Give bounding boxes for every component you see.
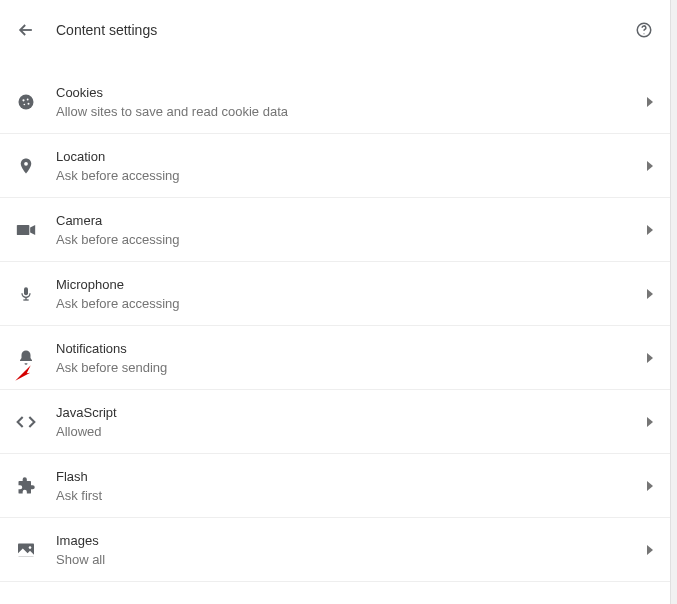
chevron-right-icon <box>646 225 654 235</box>
svg-rect-9 <box>24 287 28 295</box>
item-flash[interactable]: Flash Ask first <box>0 454 670 518</box>
item-text: Images Show all <box>56 533 646 567</box>
location-icon <box>14 156 38 176</box>
item-text: Microphone Ask before accessing <box>56 277 646 311</box>
svg-point-7 <box>24 161 28 165</box>
chevron-right-icon <box>646 97 654 107</box>
item-sub: Allowed <box>56 424 646 439</box>
svg-point-3 <box>22 99 24 101</box>
item-popups[interactable]: Popups <box>0 582 670 604</box>
chevron-right-icon <box>646 289 654 299</box>
item-label: JavaScript <box>56 405 646 420</box>
svg-point-2 <box>19 95 34 110</box>
item-text: Location Ask before accessing <box>56 149 646 183</box>
camera-icon <box>14 223 38 237</box>
item-text: Camera Ask before accessing <box>56 213 646 247</box>
svg-point-1 <box>643 33 644 34</box>
item-text: Notifications Ask before sending <box>56 341 646 375</box>
back-button[interactable] <box>14 18 38 42</box>
chevron-right-icon <box>646 545 654 555</box>
item-label: Location <box>56 149 646 164</box>
help-icon <box>635 21 653 39</box>
mic-icon <box>14 284 38 304</box>
item-label: Cookies <box>56 85 646 100</box>
item-sub: Ask before sending <box>56 360 646 375</box>
svg-point-5 <box>24 104 26 106</box>
header: Content settings <box>0 0 670 60</box>
item-camera[interactable]: Camera Ask before accessing <box>0 198 670 262</box>
scrollbar-track[interactable] <box>670 0 677 604</box>
item-label: Notifications <box>56 341 646 356</box>
chevron-right-icon <box>646 353 654 363</box>
item-label: Microphone <box>56 277 646 292</box>
arrow-back-icon <box>16 20 36 40</box>
chevron-right-icon <box>646 417 654 427</box>
item-location[interactable]: Location Ask before accessing <box>0 134 670 198</box>
puzzle-icon <box>14 476 38 496</box>
svg-point-6 <box>28 103 30 105</box>
svg-rect-8 <box>17 225 29 235</box>
item-text: JavaScript Allowed <box>56 405 646 439</box>
item-text: Cookies Allow sites to save and read coo… <box>56 85 646 119</box>
item-label: Flash <box>56 469 646 484</box>
item-cookies[interactable]: Cookies Allow sites to save and read coo… <box>0 70 670 134</box>
image-icon <box>14 542 38 558</box>
item-text: Flash Ask first <box>56 469 646 503</box>
item-sub: Ask first <box>56 488 646 503</box>
item-sub: Show all <box>56 552 646 567</box>
item-sub: Ask before accessing <box>56 296 646 311</box>
cookie-icon <box>14 92 38 112</box>
bell-icon <box>14 348 38 368</box>
item-images[interactable]: Images Show all <box>0 518 670 582</box>
page-title: Content settings <box>56 22 634 38</box>
item-sub: Ask before accessing <box>56 168 646 183</box>
svg-point-13 <box>29 546 32 549</box>
item-label: Camera <box>56 213 646 228</box>
chevron-right-icon <box>646 481 654 491</box>
chevron-right-icon <box>646 161 654 171</box>
item-sub: Ask before accessing <box>56 232 646 247</box>
help-button[interactable] <box>634 20 654 40</box>
item-javascript[interactable]: JavaScript Allowed <box>0 390 670 454</box>
item-microphone[interactable]: Microphone Ask before accessing <box>0 262 670 326</box>
svg-point-4 <box>27 99 29 101</box>
code-icon <box>14 415 38 429</box>
item-label: Images <box>56 533 646 548</box>
item-sub: Allow sites to save and read cookie data <box>56 104 646 119</box>
item-notifications[interactable]: Notifications Ask before sending <box>0 326 670 390</box>
settings-list: Cookies Allow sites to save and read coo… <box>0 60 670 604</box>
